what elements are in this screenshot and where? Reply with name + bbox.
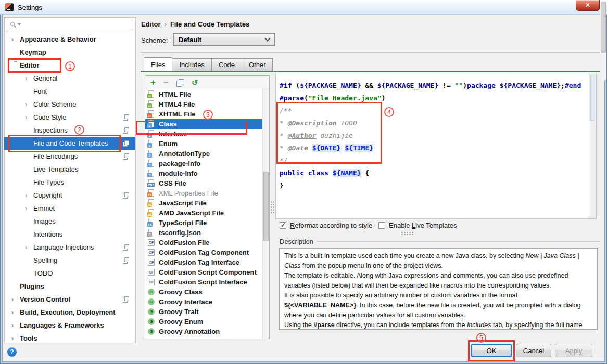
file-type-icon-js: JS	[147, 199, 156, 207]
template-item-interface[interactable]: JInterface	[145, 129, 269, 139]
collapsed-chevron-icon[interactable]: ›	[11, 296, 20, 303]
sidebar-item-label: Spelling	[33, 256, 123, 264]
sidebar-item-spelling[interactable]: Spelling	[4, 254, 135, 267]
sidebar-item-label: Live Templates	[33, 165, 135, 173]
sidebar-item-file-types[interactable]: File Types	[4, 176, 135, 189]
collapsed-chevron-icon[interactable]: ›	[25, 114, 33, 121]
sidebar-item-version-control[interactable]: ›Version Control	[4, 293, 135, 306]
template-item-amd-javascript-file[interactable]: JSAMD JavaScript File	[145, 208, 269, 218]
sidebar-item-copyright[interactable]: ›Copyright	[4, 189, 135, 202]
collapsed-chevron-icon[interactable]: ›	[11, 309, 20, 316]
sidebar-item-plugins[interactable]: Plugins	[4, 280, 135, 293]
template-item-xml-properties-file[interactable]: <>XML Properties File	[145, 188, 269, 198]
template-item-css-file[interactable]: CSSCSS File	[145, 178, 269, 188]
code-line: */	[280, 154, 581, 167]
sidebar-item-keymap[interactable]: Keymap	[4, 46, 135, 59]
template-item-label: Class	[159, 120, 177, 128]
sidebar-item-editor[interactable]: ›Editor	[4, 59, 135, 72]
template-item-xhtml-file[interactable]: HXHTML File	[145, 109, 269, 119]
sidebar-item-general[interactable]: ›General	[4, 72, 135, 85]
sidebar-item-label: Emmet	[33, 204, 135, 212]
live-templates-checkbox[interactable]	[378, 222, 385, 229]
copy-template-button[interactable]	[176, 79, 184, 86]
vertical-splitter-grip[interactable]	[270, 201, 275, 213]
template-item-coldfusion-file[interactable]: CFColdFusion File	[145, 238, 269, 248]
sidebar-item-tools[interactable]: ›Tools	[4, 332, 135, 343]
template-item-javascript-file[interactable]: JSJavaScript File	[145, 198, 269, 208]
reformat-checkbox[interactable]	[280, 222, 286, 229]
scrollbar-thumb[interactable]	[601, 2, 606, 53]
shared-settings-icon	[123, 114, 129, 121]
template-item-package-info[interactable]: Jpackage-info	[145, 159, 269, 168]
template-item-groovy-trait[interactable]: GGroovy Trait	[145, 307, 269, 317]
collapsed-chevron-icon[interactable]: ›	[25, 101, 33, 108]
template-item-enum[interactable]: JEnum	[145, 139, 269, 149]
template-item-html4-file[interactable]: HHTML4 File	[145, 99, 269, 109]
tab-includes[interactable]: Includes	[172, 58, 211, 71]
template-item-coldfusion-tag-component[interactable]: CFColdFusion Tag Component	[145, 248, 269, 257]
sidebar-item-language-injections[interactable]: ›Language Injections	[4, 241, 135, 254]
cancel-button[interactable]: Cancel	[516, 344, 551, 357]
sidebar-item-todo[interactable]: TODO	[4, 267, 135, 280]
template-item-typescript-file[interactable]: TSTypeScript File	[145, 218, 269, 228]
tab-code[interactable]: Code	[212, 58, 242, 71]
collapsed-chevron-icon[interactable]: ›	[25, 75, 33, 82]
sidebar-item-inspections[interactable]: Inspections	[4, 124, 135, 137]
collapsed-chevron-icon[interactable]: ›	[25, 192, 33, 199]
sidebar-item-intentions[interactable]: Intentions	[4, 228, 135, 241]
sidebar-item-color-scheme[interactable]: ›Color Scheme	[4, 98, 135, 111]
collapsed-chevron-icon[interactable]: ›	[11, 322, 20, 329]
settings-window: Settings ✕ ›Appearance & BehaviorKeymap›…	[0, 0, 607, 364]
file-type-icon-ts: TS	[147, 219, 156, 227]
sidebar-item-languages-frameworks[interactable]: ›Languages & Frameworks	[4, 319, 135, 332]
sidebar-item-file-encodings[interactable]: File Encodings	[4, 150, 135, 163]
remove-template-button[interactable]: −	[163, 78, 169, 87]
shared-settings-icon	[123, 127, 129, 134]
template-item-coldfusion-script-component[interactable]: CFColdFusion Script Component	[145, 267, 269, 277]
template-item-groovy-annotation[interactable]: GGroovy Annotation	[145, 327, 269, 336]
sidebar-item-font[interactable]: Font	[4, 85, 135, 98]
template-item-label: XML Properties File	[159, 189, 218, 197]
template-item-class[interactable]: JClass	[145, 119, 269, 129]
template-item-coldfusion-script-interface[interactable]: CFColdFusion Script Interface	[145, 277, 269, 287]
settings-tree: ›Appearance & BehaviorKeymap›Editor›Gene…	[4, 33, 135, 343]
template-item-module-info[interactable]: Jmodule-info	[145, 168, 269, 178]
breadcrumb-editor[interactable]: Editor	[141, 20, 161, 28]
horizontal-splitter-grip[interactable]	[401, 231, 413, 236]
collapsed-chevron-icon[interactable]: ›	[11, 36, 20, 43]
collapsed-chevron-icon[interactable]: ›	[25, 205, 33, 212]
scrollbar-thumb[interactable]	[263, 172, 269, 241]
collapsed-chevron-icon[interactable]: ›	[11, 335, 20, 342]
help-button[interactable]: ?	[7, 347, 17, 357]
sidebar-item-live-templates[interactable]: Live Templates	[4, 163, 135, 176]
sidebar-item-images[interactable]: Images	[4, 215, 135, 228]
template-item-annotationtype[interactable]: JAnnotationType	[145, 149, 269, 159]
template-item-groovy-interface[interactable]: GGroovy Interface	[145, 297, 269, 307]
ok-button[interactable]: OK	[471, 344, 512, 357]
tab-files[interactable]: Files	[144, 57, 172, 71]
template-editor[interactable]: #if (${PACKAGE_NAME} && ${PACKAGE_NAME} …	[275, 73, 597, 219]
sidebar-item-file-and-code-templates[interactable]: File and Code Templates	[4, 137, 135, 150]
sidebar-item-build-execution-deployment[interactable]: ›Build, Execution, Deployment	[4, 306, 135, 319]
template-item-coldfusion-tag-interface[interactable]: CFColdFusion Tag Interface	[145, 257, 269, 267]
collapsed-chevron-icon[interactable]: ›	[25, 244, 33, 251]
sidebar-item-appearance-behavior[interactable]: ›Appearance & Behavior	[4, 33, 135, 46]
template-item-html-file[interactable]: HHTML File	[145, 89, 269, 99]
description-paragraph: Using the #parse directive, you can incl…	[284, 320, 585, 330]
close-button[interactable]: ✕	[576, 0, 600, 11]
sidebar-item-code-style[interactable]: ›Code Style	[4, 111, 135, 124]
apply-button: Apply	[555, 344, 592, 357]
template-item-groovy-enum[interactable]: GGroovy Enum	[145, 317, 269, 327]
reset-template-button[interactable]: ↺	[192, 79, 198, 86]
sidebar-item-label: Keymap	[20, 48, 135, 56]
file-type-icon-cf: CF	[147, 249, 156, 256]
tab-other[interactable]: Other	[242, 58, 273, 71]
expanded-chevron-icon[interactable]: ›	[12, 61, 19, 69]
scheme-select[interactable]: Default	[173, 33, 275, 46]
scrollbar-thumb[interactable]	[590, 75, 595, 121]
add-template-button[interactable]: +	[150, 78, 156, 87]
search-input[interactable]	[23, 20, 133, 29]
template-item-tsconfig-json[interactable]: {}tsconfig.json	[145, 228, 269, 238]
template-item-groovy-class[interactable]: GGroovy Class	[145, 287, 269, 297]
sidebar-item-emmet[interactable]: ›Emmet	[4, 202, 135, 215]
